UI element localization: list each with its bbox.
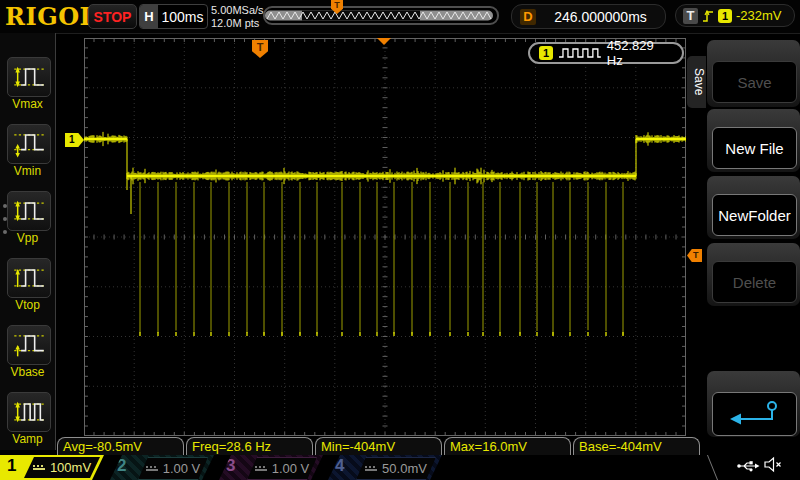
timebase-value: 100ms <box>158 9 207 25</box>
delete-button[interactable]: Delete <box>712 261 797 303</box>
dc-coupling-icon <box>255 465 267 472</box>
menu-page-dot <box>3 230 7 234</box>
menu-page-dot <box>3 217 7 221</box>
save-button[interactable]: Save <box>712 61 797 103</box>
channel-1-status[interactable]: 1 100mV <box>0 455 104 480</box>
menu-tab-save: Save <box>687 56 706 108</box>
top-status-bar: RIGOL STOP H 100ms 5.00MSa/s 12.0M pts T… <box>0 0 800 34</box>
square-wave-icon <box>558 47 602 59</box>
vmin-icon <box>12 130 46 158</box>
channel-number: 3 <box>226 456 235 476</box>
channel-number: 2 <box>117 456 126 476</box>
vpp-icon <box>12 197 46 225</box>
channel-number: 1 <box>7 456 16 476</box>
menu-item-label: Vmax <box>0 97 55 111</box>
dc-coupling-icon <box>365 465 377 472</box>
menu-item-vpp[interactable] <box>7 191 51 231</box>
back-button[interactable] <box>712 392 797 436</box>
oscilloscope-screen: RIGOL STOP H 100ms 5.00MSa/s 12.0M pts T… <box>0 0 800 480</box>
menu-item-label: Vpp <box>0 231 55 245</box>
menu-item-label: Vtop <box>0 298 55 312</box>
vamp-icon <box>12 398 46 426</box>
waveform-display <box>84 38 686 436</box>
usb-icon <box>736 459 760 473</box>
menu-page-dot <box>3 204 7 208</box>
memory-depth: 12.0M pts <box>211 17 264 30</box>
delay-readout: D 246.000000ms <box>511 4 666 29</box>
acquisition-info: 5.00MSa/s 12.0M pts <box>211 4 264 29</box>
menu-item-label: Vamp <box>0 432 55 446</box>
dc-coupling-icon <box>146 465 158 472</box>
new-file-button[interactable]: New File <box>712 127 797 169</box>
delay-value: 246.000000ms <box>536 9 665 25</box>
menu-item-vbase[interactable] <box>7 325 51 365</box>
ch1-ground-marker[interactable]: 1 <box>65 133 84 147</box>
menu-item-vamp[interactable] <box>7 392 51 432</box>
freq-counter-channel-badge: 1 <box>539 46 553 60</box>
memory-waveform-preview <box>263 6 499 25</box>
preview-waveform-icon <box>265 8 493 23</box>
channel-scale: 50.0mV <box>382 461 427 476</box>
vtop-icon <box>12 264 46 292</box>
frequency-value: 452.829 Hz <box>607 38 673 68</box>
measurement-base: Base=-404mV <box>573 437 700 455</box>
menu-item-label: Vmin <box>0 164 55 178</box>
new-folder-button[interactable]: NewFolder <box>712 194 797 236</box>
menu-item-vmin[interactable] <box>7 124 51 164</box>
channel-scale: 100mV <box>50 460 91 475</box>
channel-scale: 1.00 V <box>163 461 201 476</box>
vmax-icon <box>12 63 46 91</box>
trigger-readout: T 1 -232mV <box>675 4 795 27</box>
brand-logo: RIGOL <box>5 2 97 31</box>
trigger-level-value: -232mV <box>736 8 782 23</box>
channel-2-status[interactable]: 2 1.00 V <box>110 455 214 480</box>
run-state-indicator: STOP <box>88 4 137 29</box>
measurement-max: Max=16.0mV <box>444 437 571 455</box>
dc-coupling-icon <box>33 464 45 471</box>
trigger-label: T <box>683 8 698 24</box>
delay-label: D <box>520 9 536 25</box>
speaker-muted-icon <box>763 456 783 473</box>
frequency-counter: 1 452.829 Hz <box>528 42 684 64</box>
channel-4-status[interactable]: 4 50.0mV <box>328 455 442 480</box>
channel-status-bar: 1 100mV 2 1.00 V 3 1.00 V 4 50.0 <box>0 455 800 480</box>
channel-3-status[interactable]: 3 1.00 V <box>219 455 323 480</box>
measurement-freq: Freq=28.6 Hz <box>186 437 313 455</box>
channel-number: 4 <box>335 456 344 476</box>
rising-edge-icon <box>702 9 714 23</box>
menu-item-vmax[interactable] <box>7 57 51 97</box>
vertical-measure-menu: Vertical Vmax Vmin <box>0 33 56 450</box>
menu-item-vtop[interactable] <box>7 258 51 298</box>
channel-scale: 1.00 V <box>272 461 310 476</box>
sample-rate: 5.00MSa/s <box>211 4 264 17</box>
vbase-icon <box>12 331 46 359</box>
trigger-source-badge: 1 <box>718 9 732 23</box>
horizontal-timebase: H 100ms <box>139 4 208 29</box>
horizontal-label: H <box>140 5 158 28</box>
return-arrow-icon <box>726 398 784 430</box>
delay-reference-marker-icon <box>377 38 391 45</box>
ch1-waveform-trace <box>84 38 686 436</box>
measurement-avg: Avg=-80.5mV <box>57 437 184 455</box>
menu-item-label: Vbase <box>0 365 55 379</box>
measurement-min: Min=-404mV <box>315 437 442 455</box>
trigger-level-marker-icon[interactable]: T <box>687 249 702 262</box>
